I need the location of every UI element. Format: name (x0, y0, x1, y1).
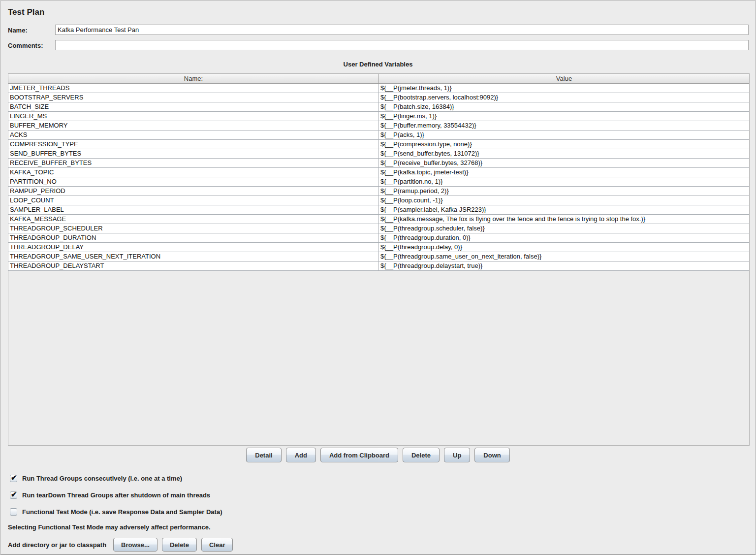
variable-value-cell[interactable]: ${__P(jmeter.threads, 1)} (379, 83, 750, 93)
classpath-bar: Add directory or jar to classpath Browse… (8, 538, 233, 552)
variable-value-cell[interactable]: ${__P(linger.ms, 1)} (379, 111, 750, 121)
delete-button[interactable]: Delete (162, 538, 197, 552)
variable-name-cell[interactable]: SAMPLER_LABEL (8, 205, 379, 214)
name-label: Name: (8, 27, 28, 34)
variable-name-cell[interactable]: BATCH_SIZE (8, 102, 379, 111)
variable-value-cell[interactable]: ${__P(partition.no, 1)} (379, 177, 750, 186)
checkbox-label: Run tearDown Thread Groups after shutdow… (22, 491, 210, 499)
variable-name-cell[interactable]: THREADGROUP_DELAYSTART (8, 261, 379, 270)
name-column-header: Name: (8, 74, 379, 83)
variable-value-cell[interactable]: ${__P(threadgroup.delay, 0)} (379, 242, 750, 252)
table-row[interactable]: BOOTSTRAP_SERVERS${__P(bootstrap.servers… (8, 93, 749, 102)
checkbox-row-0: ✔Run Thread Groups consecutively (i.e. o… (10, 475, 182, 482)
functional-mode-warning: Selecting Functional Test Mode may adver… (8, 523, 211, 531)
comments-label: Comments: (8, 42, 43, 49)
table-row[interactable]: THREADGROUP_DELAY${__P(threadgroup.delay… (8, 242, 749, 252)
table-row[interactable]: COMPRESSION_TYPE${__P(compression.type, … (8, 139, 749, 149)
variable-value-cell[interactable]: ${__P(compression.type, none)} (379, 139, 750, 149)
user-defined-variables-table: Name: Value JMETER_THREADS${__P(jmeter.t… (8, 74, 749, 271)
browse-button[interactable]: Browse... (113, 538, 158, 552)
variable-value-cell[interactable]: ${__P(receive_buffer.bytes, 32768)} (379, 158, 750, 167)
table-row[interactable]: JMETER_THREADS${__P(jmeter.threads, 1)} (8, 83, 749, 93)
table-row[interactable]: BUFFER_MEMORY${__P(buffer.memory, 335544… (8, 121, 749, 130)
variable-name-cell[interactable]: LINGER_MS (8, 111, 379, 121)
variable-value-cell[interactable]: ${__P(threadgroup.delaystart, true)} (379, 261, 750, 270)
variable-value-cell[interactable]: ${__P(buffer.memory, 33554432)} (379, 121, 750, 130)
variable-name-cell[interactable]: BUFFER_MEMORY (8, 121, 379, 130)
user-defined-variables-panel: Name: Value JMETER_THREADS${__P(jmeter.t… (8, 73, 750, 446)
table-row[interactable]: RAMPUP_PERIOD${__P(ramup.period, 2)} (8, 186, 749, 196)
variable-name-cell[interactable]: SEND_BUFFER_BYTES (8, 149, 379, 158)
variable-value-cell[interactable]: ${__P(bootstrap.servers, localhost:9092)… (379, 93, 750, 102)
run-teardown-thread-groups-after-shutdown-of-main-threads-checkbox[interactable]: ✔ (10, 491, 17, 499)
variable-name-cell[interactable]: PARTITION_NO (8, 177, 379, 186)
down-button[interactable]: Down (474, 448, 509, 462)
variables-tbody: JMETER_THREADS${__P(jmeter.threads, 1)}B… (8, 83, 749, 270)
variable-value-cell[interactable]: ${__P(loop.count, -1)} (379, 196, 750, 205)
variable-name-cell[interactable]: RAMPUP_PERIOD (8, 186, 379, 196)
table-row[interactable]: ACKS${__P(acks, 1)} (8, 130, 749, 139)
variable-name-cell[interactable]: LOOP_COUNT (8, 196, 379, 205)
table-row[interactable]: LOOP_COUNT${__P(loop.count, -1)} (8, 196, 749, 205)
table-row[interactable]: THREADGROUP_DURATION${__P(threadgroup.du… (8, 233, 749, 242)
table-row[interactable]: KAFKA_TOPIC${__P(kafka.topic, jmeter-tes… (8, 167, 749, 177)
table-row[interactable]: THREADGROUP_SAME_USER_NEXT_ITERATION${__… (8, 252, 749, 261)
variable-value-cell[interactable]: ${__P(sampler.label, Kafka JSR223)} (379, 205, 750, 214)
variable-value-cell[interactable]: ${__P(batch.size, 16384)} (379, 102, 750, 111)
variable-name-cell[interactable]: KAFKA_MESSAGE (8, 214, 379, 224)
checkbox-label: Functional Test Mode (i.e. save Response… (22, 508, 222, 516)
table-row[interactable]: RECEIVE_BUFFER_BYTES${__P(receive_buffer… (8, 158, 749, 167)
checkbox-row-1: ✔Run tearDown Thread Groups after shutdo… (10, 491, 210, 499)
variable-name-cell[interactable]: THREADGROUP_SAME_USER_NEXT_ITERATION (8, 252, 379, 261)
table-header-row: Name: Value (8, 74, 749, 83)
run-thread-groups-consecutively-checkbox[interactable]: ✔ (10, 475, 17, 482)
page-title: Test Plan (8, 7, 44, 17)
variable-value-cell[interactable]: ${__P(acks, 1)} (379, 130, 750, 139)
checkbox-label: Run Thread Groups consecutively (i.e. on… (22, 475, 182, 482)
comments-input[interactable] (55, 40, 749, 50)
add-from-clipboard-button[interactable]: Add from Clipboard (320, 448, 398, 462)
detail-button[interactable]: Detail (246, 448, 281, 462)
classpath-label: Add directory or jar to classpath (8, 541, 106, 549)
up-button[interactable]: Up (444, 448, 470, 462)
table-button-bar: DetailAddAdd from ClipboardDeleteUpDown (1, 448, 755, 462)
variable-value-cell[interactable]: ${__P(kafka.message, The fox is flying o… (379, 214, 750, 224)
variable-name-cell[interactable]: ACKS (8, 130, 379, 139)
variable-value-cell[interactable]: ${__P(threadgroup.same_user_on_next_iter… (379, 252, 750, 261)
clear-button[interactable]: Clear (201, 538, 233, 552)
checkbox-row-2: ✔Functional Test Mode (i.e. save Respons… (10, 508, 222, 516)
value-column-header: Value (379, 74, 750, 83)
table-row[interactable]: SAMPLER_LABEL${__P(sampler.label, Kafka … (8, 205, 749, 214)
variable-value-cell[interactable]: ${__P(send_buffer.bytes, 131072)} (379, 149, 750, 158)
table-row[interactable]: KAFKA_MESSAGE${__P(kafka.message, The fo… (8, 214, 749, 224)
table-row[interactable]: SEND_BUFFER_BYTES${__P(send_buffer.bytes… (8, 149, 749, 158)
table-row[interactable]: BATCH_SIZE${__P(batch.size, 16384)} (8, 102, 749, 111)
table-row[interactable]: PARTITION_NO${__P(partition.no, 1)} (8, 177, 749, 186)
add-button[interactable]: Add (286, 448, 316, 462)
name-input[interactable] (55, 25, 749, 35)
variable-value-cell[interactable]: ${__P(kafka.topic, jmeter-test)} (379, 167, 750, 177)
variable-name-cell[interactable]: THREADGROUP_DURATION (8, 233, 379, 242)
variable-name-cell[interactable]: COMPRESSION_TYPE (8, 139, 379, 149)
variable-value-cell[interactable]: ${__P(threadgroup.duration, 0)} (379, 233, 750, 242)
user-defined-variables-title: User Defined Variables (1, 61, 755, 68)
checkmark-icon: ✔ (11, 490, 17, 499)
checkmark-icon: ✔ (11, 473, 17, 482)
variable-name-cell[interactable]: BOOTSTRAP_SERVERS (8, 93, 379, 102)
variable-name-cell[interactable]: THREADGROUP_DELAY (8, 242, 379, 252)
variable-value-cell[interactable]: ${__P(ramup.period, 2)} (379, 186, 750, 196)
variable-name-cell[interactable]: KAFKA_TOPIC (8, 167, 379, 177)
variable-name-cell[interactable]: THREADGROUP_SCHEDULER (8, 224, 379, 233)
variable-name-cell[interactable]: JMETER_THREADS (8, 83, 379, 93)
table-row[interactable]: THREADGROUP_SCHEDULER${__P(threadgroup.s… (8, 224, 749, 233)
table-row[interactable]: THREADGROUP_DELAYSTART${__P(threadgroup.… (8, 261, 749, 270)
delete-button[interactable]: Delete (403, 448, 440, 462)
table-row[interactable]: LINGER_MS${__P(linger.ms, 1)} (8, 111, 749, 121)
test-plan-panel: Test Plan Name: Comments: User Defined V… (0, 0, 756, 555)
functional-test-mode-checkbox[interactable]: ✔ (10, 508, 17, 516)
variable-value-cell[interactable]: ${__P(threadgroup.scheduler, false)} (379, 224, 750, 233)
variable-name-cell[interactable]: RECEIVE_BUFFER_BYTES (8, 158, 379, 167)
